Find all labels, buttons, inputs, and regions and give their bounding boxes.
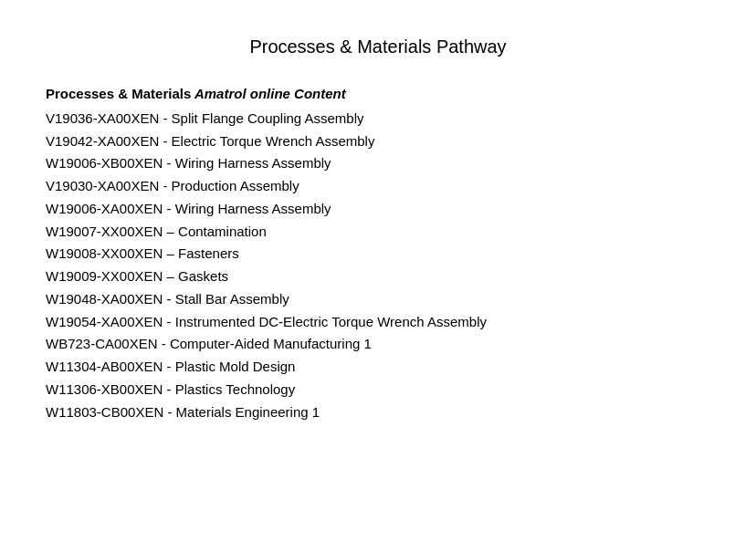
list-item: W19007-XX00XEN – Contamination <box>46 221 710 244</box>
heading-bold: Processes & Materials <box>46 86 191 101</box>
list-item: W19009-XX00XEN – Gaskets <box>46 266 710 288</box>
heading-italic: Amatrol online Content <box>191 86 345 101</box>
list-item: V19030-XA00XEN - Production Assembly <box>46 175 710 198</box>
page-container: Processes & Materials Pathway Processes … <box>0 0 756 552</box>
list-item: W19006-XA00XEN - Wiring Harness Assembly <box>46 198 710 221</box>
list-item: WB723-CA00XEN - Computer-Aided Manufactu… <box>46 333 710 356</box>
list-item: V19036-XA00XEN - Split Flange Coupling A… <box>46 108 710 130</box>
list-item: W19006-XB00XEN - Wiring Harness Assembly <box>46 152 710 175</box>
content-block: Processes & Materials Amatrol online Con… <box>46 83 710 423</box>
list-item: W11803-CB00XEN - Materials Engineering 1 <box>46 401 710 424</box>
list-item: W19008-XX00XEN – Fasteners <box>46 243 710 266</box>
list-item: V19042-XA00XEN - Electric Torque Wrench … <box>46 130 710 153</box>
list-item: W19054-XA00XEN - Instrumented DC-Electri… <box>46 311 710 334</box>
list-item: W19048-XA00XEN - Stall Bar Assembly <box>46 288 710 311</box>
items-list: V19036-XA00XEN - Split Flange Coupling A… <box>46 108 710 424</box>
list-item: W11306-XB00XEN - Plastics Technology <box>46 379 710 401</box>
section-heading: Processes & Materials Amatrol online Con… <box>46 83 710 106</box>
list-item: W11304-AB00XEN - Plastic Mold Design <box>46 356 710 379</box>
page-title: Processes & Materials Pathway <box>46 36 710 57</box>
